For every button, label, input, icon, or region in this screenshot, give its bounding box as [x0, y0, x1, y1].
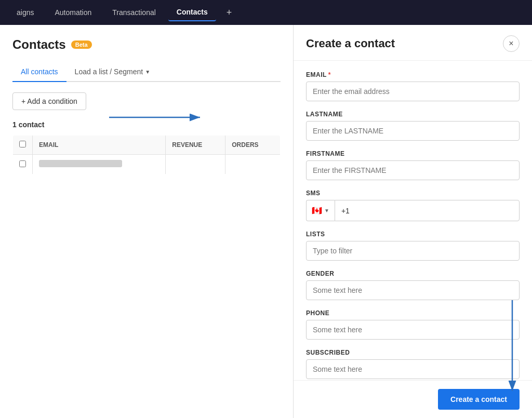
- email-field-group: EMAIL*: [306, 71, 520, 101]
- required-indicator: *: [328, 71, 331, 78]
- lists-label: LISTS: [306, 231, 520, 238]
- create-contact-button[interactable]: Create a contact: [438, 389, 520, 410]
- row-revenue-cell: [166, 155, 225, 174]
- country-flag-selector[interactable]: 🇨🇦 ▼: [306, 200, 335, 221]
- table-row: [13, 155, 281, 174]
- table-header-email: EMAIL: [33, 136, 166, 155]
- lastname-label: LASTNAME: [306, 111, 520, 118]
- email-blurred: [39, 160, 122, 167]
- gender-label: GENDER: [306, 270, 520, 277]
- page-title-row: Contacts Beta: [12, 37, 281, 52]
- contacts-count: 1 contact: [12, 120, 281, 129]
- modal-header: Create a contact ×: [294, 25, 532, 61]
- nav-add-button[interactable]: +: [220, 3, 238, 22]
- tab-row: All contacts Load a list / Segment ▼: [12, 62, 281, 82]
- tab-all-contacts[interactable]: All contacts: [12, 62, 66, 82]
- email-label: EMAIL*: [306, 71, 520, 78]
- create-contact-panel: Create a contact × EMAIL* LASTNAME FIRST…: [293, 25, 532, 418]
- main-content: Contacts Beta All contacts Load a list /…: [0, 25, 532, 418]
- sms-label: SMS: [306, 190, 520, 197]
- row-checkbox-cell: [13, 155, 33, 174]
- email-input[interactable]: [306, 82, 520, 101]
- flag-chevron-icon: ▼: [324, 208, 329, 213]
- lastname-input[interactable]: [306, 121, 520, 141]
- page-title: Contacts: [12, 37, 66, 52]
- tab-load-segment[interactable]: Load a list / Segment ▼: [66, 62, 158, 81]
- chevron-down-icon: ▼: [145, 69, 150, 75]
- subscribed-field-group: SUBSCRIBED: [306, 349, 520, 379]
- select-all-checkbox[interactable]: [19, 141, 26, 147]
- sms-input-row: 🇨🇦 ▼: [306, 200, 520, 221]
- close-button[interactable]: ×: [503, 35, 520, 52]
- row-email-cell: [33, 155, 166, 174]
- table-header-orders: ORDERS: [225, 136, 281, 155]
- lists-filter-input[interactable]: [306, 241, 520, 261]
- nav-item-contacts[interactable]: Contacts: [168, 4, 216, 21]
- table-header-checkbox: [13, 136, 33, 155]
- nav-item-automation[interactable]: Automation: [46, 4, 100, 21]
- table-header-revenue: REVENUE: [166, 136, 225, 155]
- add-condition-button[interactable]: + Add a condition: [12, 92, 86, 110]
- nav-item-transactional[interactable]: Transactional: [104, 4, 164, 21]
- phone-input[interactable]: [306, 320, 520, 340]
- subscribed-label: SUBSCRIBED: [306, 349, 520, 356]
- sms-field-group: SMS 🇨🇦 ▼: [306, 190, 520, 221]
- flag-icon: 🇨🇦: [312, 206, 322, 215]
- modal-footer: Create a contact: [294, 380, 532, 418]
- row-orders-cell: [225, 155, 281, 174]
- modal-body: EMAIL* LASTNAME FIRSTNAME SMS 🇨🇦: [294, 61, 532, 380]
- gender-field-group: GENDER: [306, 270, 520, 300]
- modal-title: Create a contact: [306, 37, 395, 50]
- left-panel: Contacts Beta All contacts Load a list /…: [0, 25, 293, 418]
- firstname-field-group: FIRSTNAME: [306, 150, 520, 180]
- phone-field-group: PHONE: [306, 309, 520, 340]
- row-checkbox[interactable]: [19, 160, 26, 167]
- nav-item-campaigns[interactable]: aigns: [8, 4, 42, 21]
- lists-field-group: LISTS: [306, 231, 520, 261]
- contacts-table: EMAIL REVENUE ORDERS: [12, 135, 281, 174]
- lastname-field-group: LASTNAME: [306, 111, 520, 141]
- beta-badge: Beta: [71, 41, 92, 49]
- firstname-label: FIRSTNAME: [306, 150, 520, 157]
- gender-input[interactable]: [306, 280, 520, 300]
- top-navigation: aigns Automation Transactional Contacts …: [0, 0, 532, 25]
- phone-label: PHONE: [306, 309, 520, 317]
- firstname-input[interactable]: [306, 160, 520, 180]
- sms-phone-input[interactable]: [335, 200, 520, 221]
- subscribed-input[interactable]: [306, 359, 520, 379]
